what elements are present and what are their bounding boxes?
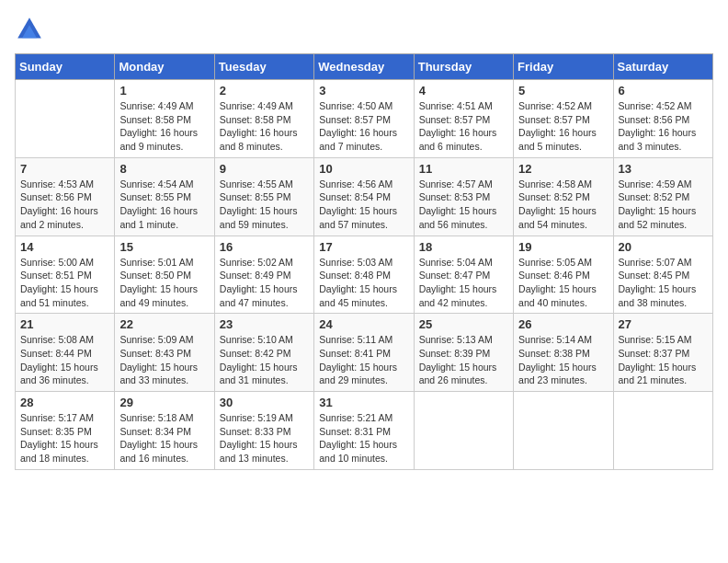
day-number: 21 xyxy=(20,317,109,331)
calendar-cell: 1Sunrise: 4:49 AM Sunset: 8:58 PM Daylig… xyxy=(115,80,214,158)
calendar-cell: 14Sunrise: 5:00 AM Sunset: 8:51 PM Dayli… xyxy=(16,236,115,314)
calendar-week-3: 14Sunrise: 5:00 AM Sunset: 8:51 PM Dayli… xyxy=(16,236,713,314)
day-number: 19 xyxy=(518,240,608,254)
calendar-cell: 24Sunrise: 5:11 AM Sunset: 8:41 PM Dayli… xyxy=(314,314,414,392)
calendar-cell: 27Sunrise: 5:15 AM Sunset: 8:37 PM Dayli… xyxy=(613,314,712,392)
day-number: 5 xyxy=(518,84,608,98)
calendar-cell: 31Sunrise: 5:21 AM Sunset: 8:31 PM Dayli… xyxy=(314,392,414,470)
day-number: 31 xyxy=(319,396,408,409)
calendar-cell: 17Sunrise: 5:03 AM Sunset: 8:48 PM Dayli… xyxy=(314,236,414,314)
calendar-week-5: 28Sunrise: 5:17 AM Sunset: 8:35 PM Dayli… xyxy=(16,392,713,470)
calendar-cell: 26Sunrise: 5:14 AM Sunset: 8:38 PM Dayli… xyxy=(514,314,613,392)
page-header xyxy=(15,15,713,44)
day-info: Sunrise: 5:02 AM Sunset: 8:49 PM Dayligh… xyxy=(220,256,309,310)
calendar-cell: 7Sunrise: 4:53 AM Sunset: 8:56 PM Daylig… xyxy=(16,157,115,236)
day-number: 10 xyxy=(319,162,408,176)
calendar-cell xyxy=(16,80,115,158)
calendar-cell xyxy=(514,392,613,470)
day-number: 26 xyxy=(518,317,608,331)
day-number: 22 xyxy=(119,317,209,331)
calendar-cell: 4Sunrise: 4:51 AM Sunset: 8:57 PM Daylig… xyxy=(414,80,513,158)
calendar-cell: 12Sunrise: 4:58 AM Sunset: 8:52 PM Dayli… xyxy=(514,157,613,236)
day-number: 15 xyxy=(119,240,209,254)
day-info: Sunrise: 4:52 AM Sunset: 8:56 PM Dayligh… xyxy=(619,99,708,154)
day-info: Sunrise: 5:13 AM Sunset: 8:39 PM Dayligh… xyxy=(419,333,508,387)
day-number: 25 xyxy=(419,317,508,331)
day-number: 17 xyxy=(319,240,408,254)
day-info: Sunrise: 5:21 AM Sunset: 8:31 PM Dayligh… xyxy=(319,411,408,465)
day-number: 11 xyxy=(419,162,508,176)
day-number: 27 xyxy=(619,317,708,331)
day-number: 8 xyxy=(119,162,209,176)
day-info: Sunrise: 5:00 AM Sunset: 8:51 PM Dayligh… xyxy=(20,256,109,310)
calendar-cell: 20Sunrise: 5:07 AM Sunset: 8:45 PM Dayli… xyxy=(613,236,712,314)
calendar-cell: 5Sunrise: 4:52 AM Sunset: 8:57 PM Daylig… xyxy=(514,80,613,158)
day-info: Sunrise: 4:49 AM Sunset: 8:58 PM Dayligh… xyxy=(119,99,209,154)
calendar-header-sunday: Sunday xyxy=(16,54,115,80)
day-number: 13 xyxy=(619,162,708,176)
day-info: Sunrise: 5:01 AM Sunset: 8:50 PM Dayligh… xyxy=(119,256,209,310)
calendar-cell: 16Sunrise: 5:02 AM Sunset: 8:49 PM Dayli… xyxy=(214,236,313,314)
day-number: 24 xyxy=(319,317,408,331)
day-info: Sunrise: 5:14 AM Sunset: 8:38 PM Dayligh… xyxy=(518,333,608,387)
day-info: Sunrise: 4:53 AM Sunset: 8:56 PM Dayligh… xyxy=(20,178,109,232)
calendar-header-row: SundayMondayTuesdayWednesdayThursdayFrid… xyxy=(16,54,713,80)
calendar-cell: 30Sunrise: 5:19 AM Sunset: 8:33 PM Dayli… xyxy=(214,392,313,470)
calendar-cell: 11Sunrise: 4:57 AM Sunset: 8:53 PM Dayli… xyxy=(414,157,513,236)
calendar-header-saturday: Saturday xyxy=(613,54,712,80)
day-info: Sunrise: 5:05 AM Sunset: 8:46 PM Dayligh… xyxy=(518,256,608,310)
day-number: 4 xyxy=(419,84,508,98)
day-number: 2 xyxy=(220,84,309,98)
calendar-header-thursday: Thursday xyxy=(414,54,513,80)
calendar-cell: 9Sunrise: 4:55 AM Sunset: 8:55 PM Daylig… xyxy=(214,157,313,236)
calendar-week-2: 7Sunrise: 4:53 AM Sunset: 8:56 PM Daylig… xyxy=(16,157,713,236)
day-info: Sunrise: 4:58 AM Sunset: 8:52 PM Dayligh… xyxy=(518,178,608,232)
calendar-cell: 29Sunrise: 5:18 AM Sunset: 8:34 PM Dayli… xyxy=(115,392,214,470)
day-info: Sunrise: 5:17 AM Sunset: 8:35 PM Dayligh… xyxy=(20,411,109,465)
day-info: Sunrise: 5:19 AM Sunset: 8:33 PM Dayligh… xyxy=(220,411,309,465)
calendar-cell: 23Sunrise: 5:10 AM Sunset: 8:42 PM Dayli… xyxy=(214,314,313,392)
calendar-header-monday: Monday xyxy=(115,54,214,80)
logo xyxy=(15,15,48,44)
calendar-cell: 10Sunrise: 4:56 AM Sunset: 8:54 PM Dayli… xyxy=(314,157,414,236)
calendar-week-1: 1Sunrise: 4:49 AM Sunset: 8:58 PM Daylig… xyxy=(16,80,713,158)
day-number: 6 xyxy=(619,84,708,98)
calendar-cell: 18Sunrise: 5:04 AM Sunset: 8:47 PM Dayli… xyxy=(414,236,513,314)
calendar-cell: 6Sunrise: 4:52 AM Sunset: 8:56 PM Daylig… xyxy=(613,80,712,158)
day-info: Sunrise: 5:10 AM Sunset: 8:42 PM Dayligh… xyxy=(220,333,309,387)
day-number: 14 xyxy=(20,240,109,254)
calendar-header-tuesday: Tuesday xyxy=(214,54,313,80)
day-number: 1 xyxy=(119,84,209,98)
day-info: Sunrise: 5:15 AM Sunset: 8:37 PM Dayligh… xyxy=(619,333,708,387)
day-info: Sunrise: 5:11 AM Sunset: 8:41 PM Dayligh… xyxy=(319,333,408,387)
calendar-cell xyxy=(414,392,513,470)
calendar-table: SundayMondayTuesdayWednesdayThursdayFrid… xyxy=(15,53,713,470)
day-number: 9 xyxy=(220,162,309,176)
day-info: Sunrise: 4:57 AM Sunset: 8:53 PM Dayligh… xyxy=(419,178,508,232)
day-info: Sunrise: 4:59 AM Sunset: 8:52 PM Dayligh… xyxy=(619,178,708,232)
calendar-header-wednesday: Wednesday xyxy=(314,54,414,80)
calendar-cell: 3Sunrise: 4:50 AM Sunset: 8:57 PM Daylig… xyxy=(314,80,414,158)
day-info: Sunrise: 4:51 AM Sunset: 8:57 PM Dayligh… xyxy=(419,99,508,154)
day-number: 30 xyxy=(220,396,309,409)
day-number: 16 xyxy=(220,240,309,254)
day-info: Sunrise: 4:52 AM Sunset: 8:57 PM Dayligh… xyxy=(518,99,608,154)
day-number: 18 xyxy=(419,240,508,254)
calendar-week-4: 21Sunrise: 5:08 AM Sunset: 8:44 PM Dayli… xyxy=(16,314,713,392)
calendar-cell: 8Sunrise: 4:54 AM Sunset: 8:55 PM Daylig… xyxy=(115,157,214,236)
calendar-cell xyxy=(613,392,712,470)
calendar-header-friday: Friday xyxy=(514,54,613,80)
day-info: Sunrise: 5:04 AM Sunset: 8:47 PM Dayligh… xyxy=(419,256,508,310)
calendar-cell: 2Sunrise: 4:49 AM Sunset: 8:58 PM Daylig… xyxy=(214,80,313,158)
calendar-cell: 19Sunrise: 5:05 AM Sunset: 8:46 PM Dayli… xyxy=(514,236,613,314)
calendar-cell: 25Sunrise: 5:13 AM Sunset: 8:39 PM Dayli… xyxy=(414,314,513,392)
day-number: 29 xyxy=(119,396,209,409)
day-info: Sunrise: 4:49 AM Sunset: 8:58 PM Dayligh… xyxy=(220,99,309,154)
day-info: Sunrise: 4:55 AM Sunset: 8:55 PM Dayligh… xyxy=(220,178,309,232)
day-number: 23 xyxy=(220,317,309,331)
day-info: Sunrise: 5:03 AM Sunset: 8:48 PM Dayligh… xyxy=(319,256,408,310)
day-number: 12 xyxy=(518,162,608,176)
calendar-cell: 15Sunrise: 5:01 AM Sunset: 8:50 PM Dayli… xyxy=(115,236,214,314)
day-number: 3 xyxy=(319,84,408,98)
day-number: 28 xyxy=(20,396,109,409)
